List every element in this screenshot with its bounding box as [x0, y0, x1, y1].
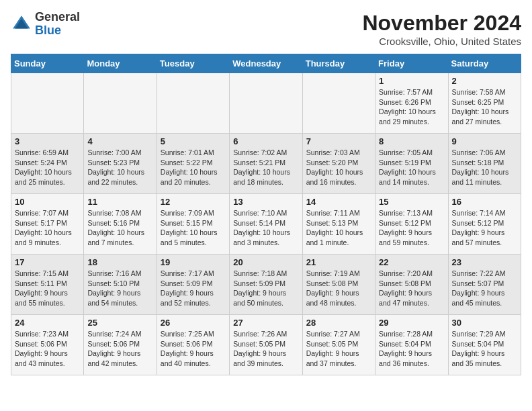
page-header: General Blue November 2024 Crooksville, … [11, 11, 521, 47]
day-info: Sunrise: 7:05 AMSunset: 5:19 PMDaylight:… [379, 148, 444, 187]
calendar-cell [302, 73, 375, 134]
calendar-cell: 30Sunrise: 7:29 AMSunset: 5:04 PMDayligh… [448, 315, 521, 375]
day-info: Sunrise: 7:24 AMSunset: 5:06 PMDaylight:… [87, 329, 152, 369]
calendar-cell: 28Sunrise: 7:27 AMSunset: 5:05 PMDayligh… [302, 315, 375, 375]
day-info: Sunrise: 7:15 AMSunset: 5:11 PMDaylight:… [15, 269, 80, 308]
calendar-cell: 13Sunrise: 7:10 AMSunset: 5:14 PMDayligh… [230, 194, 302, 255]
calendar-week-2: 3Sunrise: 6:59 AMSunset: 5:24 PMDaylight… [11, 134, 521, 194]
weekday-header-wednesday: Wednesday [230, 54, 302, 73]
calendar-cell: 26Sunrise: 7:25 AMSunset: 5:06 PMDayligh… [157, 315, 229, 375]
day-info: Sunrise: 7:07 AMSunset: 5:17 PMDaylight:… [15, 208, 80, 248]
calendar-week-4: 17Sunrise: 7:15 AMSunset: 5:11 PMDayligh… [11, 255, 521, 315]
weekday-header-row: SundayMondayTuesdayWednesdayThursdayFrid… [11, 54, 521, 73]
day-number: 15 [379, 197, 444, 207]
calendar-cell: 24Sunrise: 7:23 AMSunset: 5:06 PMDayligh… [11, 315, 84, 375]
day-info: Sunrise: 7:16 AMSunset: 5:10 PMDaylight:… [87, 269, 152, 308]
day-number: 20 [233, 257, 298, 267]
day-info: Sunrise: 6:59 AMSunset: 5:24 PMDaylight:… [15, 148, 80, 187]
day-number: 1 [379, 76, 444, 86]
day-number: 23 [452, 257, 517, 267]
logo-icon [11, 13, 32, 35]
day-info: Sunrise: 7:58 AMSunset: 6:25 PMDaylight:… [452, 87, 517, 127]
calendar-cell: 10Sunrise: 7:07 AMSunset: 5:17 PMDayligh… [11, 194, 84, 255]
day-number: 22 [379, 257, 444, 267]
day-info: Sunrise: 7:25 AMSunset: 5:06 PMDaylight:… [161, 329, 226, 369]
calendar-table: SundayMondayTuesdayWednesdayThursdayFrid… [11, 54, 521, 375]
day-info: Sunrise: 7:28 AMSunset: 5:04 PMDaylight:… [379, 329, 444, 369]
day-info: Sunrise: 7:08 AMSunset: 5:16 PMDaylight:… [87, 208, 152, 248]
day-number: 11 [87, 197, 152, 207]
day-number: 12 [161, 197, 226, 207]
day-info: Sunrise: 7:22 AMSunset: 5:07 PMDaylight:… [452, 269, 517, 308]
day-info: Sunrise: 7:00 AMSunset: 5:23 PMDaylight:… [87, 148, 152, 187]
calendar-cell: 7Sunrise: 7:03 AMSunset: 5:20 PMDaylight… [302, 134, 375, 194]
calendar-cell: 12Sunrise: 7:09 AMSunset: 5:15 PMDayligh… [157, 194, 229, 255]
weekday-header-sunday: Sunday [11, 54, 84, 73]
calendar-cell [84, 73, 157, 134]
day-number: 21 [306, 257, 371, 267]
weekday-header-tuesday: Tuesday [157, 54, 229, 73]
day-number: 5 [161, 136, 226, 146]
calendar-cell: 18Sunrise: 7:16 AMSunset: 5:10 PMDayligh… [84, 255, 157, 315]
day-number: 28 [306, 318, 371, 328]
day-number: 17 [15, 257, 80, 267]
day-number: 3 [15, 136, 80, 146]
day-info: Sunrise: 7:11 AMSunset: 5:13 PMDaylight:… [306, 208, 371, 248]
day-number: 6 [233, 136, 298, 146]
calendar-cell: 14Sunrise: 7:11 AMSunset: 5:13 PMDayligh… [302, 194, 375, 255]
calendar-cell: 6Sunrise: 7:02 AMSunset: 5:21 PMDaylight… [230, 134, 302, 194]
day-number: 16 [452, 197, 517, 207]
day-number: 10 [15, 197, 80, 207]
calendar-cell: 1Sunrise: 7:57 AMSunset: 6:26 PMDaylight… [375, 73, 448, 134]
calendar-cell: 3Sunrise: 6:59 AMSunset: 5:24 PMDaylight… [11, 134, 84, 194]
weekday-header-monday: Monday [84, 54, 157, 73]
day-number: 27 [233, 318, 298, 328]
day-number: 13 [233, 197, 298, 207]
day-info: Sunrise: 7:19 AMSunset: 5:08 PMDaylight:… [306, 269, 371, 308]
logo: General Blue [11, 11, 80, 38]
day-info: Sunrise: 7:17 AMSunset: 5:09 PMDaylight:… [161, 269, 226, 308]
weekday-header-saturday: Saturday [448, 54, 521, 73]
day-number: 9 [452, 136, 517, 146]
calendar-cell [11, 73, 84, 134]
calendar-week-1: 1Sunrise: 7:57 AMSunset: 6:26 PMDaylight… [11, 73, 521, 134]
day-info: Sunrise: 7:06 AMSunset: 5:18 PMDaylight:… [452, 148, 517, 187]
calendar-cell: 25Sunrise: 7:24 AMSunset: 5:06 PMDayligh… [84, 315, 157, 375]
day-info: Sunrise: 7:09 AMSunset: 5:15 PMDaylight:… [161, 208, 226, 248]
weekday-header-thursday: Thursday [302, 54, 375, 73]
calendar-cell: 27Sunrise: 7:26 AMSunset: 5:05 PMDayligh… [230, 315, 302, 375]
day-number: 24 [15, 318, 80, 328]
day-info: Sunrise: 7:03 AMSunset: 5:20 PMDaylight:… [306, 148, 371, 187]
calendar-cell: 2Sunrise: 7:58 AMSunset: 6:25 PMDaylight… [448, 73, 521, 134]
calendar-week-3: 10Sunrise: 7:07 AMSunset: 5:17 PMDayligh… [11, 194, 521, 255]
day-number: 29 [379, 318, 444, 328]
day-info: Sunrise: 7:14 AMSunset: 5:12 PMDaylight:… [452, 208, 517, 248]
calendar-week-5: 24Sunrise: 7:23 AMSunset: 5:06 PMDayligh… [11, 315, 521, 375]
calendar-cell: 23Sunrise: 7:22 AMSunset: 5:07 PMDayligh… [448, 255, 521, 315]
day-info: Sunrise: 7:26 AMSunset: 5:05 PMDaylight:… [233, 329, 298, 369]
day-info: Sunrise: 7:13 AMSunset: 5:12 PMDaylight:… [379, 208, 444, 248]
day-info: Sunrise: 7:23 AMSunset: 5:06 PMDaylight:… [15, 329, 80, 369]
day-number: 26 [161, 318, 226, 328]
calendar-cell: 8Sunrise: 7:05 AMSunset: 5:19 PMDaylight… [375, 134, 448, 194]
day-number: 30 [452, 318, 517, 328]
calendar-cell [230, 73, 302, 134]
logo-text: General Blue [35, 11, 80, 38]
calendar-cell: 19Sunrise: 7:17 AMSunset: 5:09 PMDayligh… [157, 255, 229, 315]
calendar-cell: 29Sunrise: 7:28 AMSunset: 5:04 PMDayligh… [375, 315, 448, 375]
calendar-cell: 16Sunrise: 7:14 AMSunset: 5:12 PMDayligh… [448, 194, 521, 255]
day-info: Sunrise: 7:18 AMSunset: 5:09 PMDaylight:… [233, 269, 298, 308]
day-number: 18 [87, 257, 152, 267]
day-info: Sunrise: 7:57 AMSunset: 6:26 PMDaylight:… [379, 87, 444, 127]
calendar-cell: 22Sunrise: 7:20 AMSunset: 5:08 PMDayligh… [375, 255, 448, 315]
month-title: November 2024 [362, 11, 521, 36]
location: Crooksville, Ohio, United States [362, 36, 521, 47]
calendar-cell: 21Sunrise: 7:19 AMSunset: 5:08 PMDayligh… [302, 255, 375, 315]
day-number: 2 [452, 76, 517, 86]
day-number: 7 [306, 136, 371, 146]
day-info: Sunrise: 7:20 AMSunset: 5:08 PMDaylight:… [379, 269, 444, 308]
day-number: 25 [87, 318, 152, 328]
calendar-cell: 17Sunrise: 7:15 AMSunset: 5:11 PMDayligh… [11, 255, 84, 315]
calendar-cell: 4Sunrise: 7:00 AMSunset: 5:23 PMDaylight… [84, 134, 157, 194]
day-info: Sunrise: 7:29 AMSunset: 5:04 PMDaylight:… [452, 329, 517, 369]
